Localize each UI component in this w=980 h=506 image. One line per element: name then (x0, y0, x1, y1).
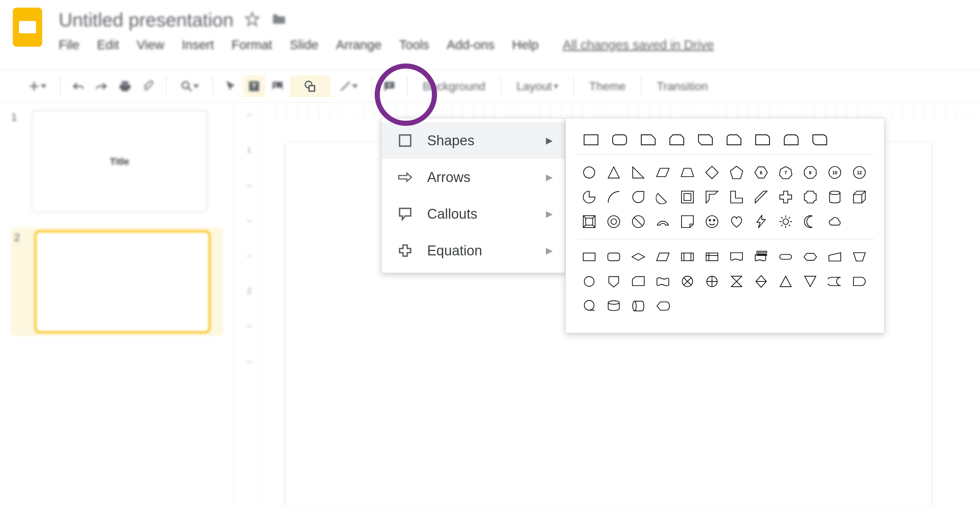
shape-pie[interactable] (577, 185, 601, 209)
slides-app-icon[interactable] (11, 5, 44, 49)
shape-flow-internal-storage[interactable] (700, 244, 724, 269)
shape-round-diag-corner[interactable] (805, 130, 834, 149)
shape-oval[interactable] (577, 160, 601, 185)
menu-help[interactable]: Help (512, 37, 539, 52)
shape-teardrop[interactable] (626, 185, 651, 209)
shape-flow-document[interactable] (724, 244, 749, 269)
shape-sun[interactable] (773, 209, 798, 234)
shape-chord[interactable] (651, 185, 675, 209)
text-box-button[interactable] (243, 75, 265, 97)
shape-flow-terminator[interactable] (773, 244, 798, 269)
slide-panel[interactable]: 1 Title 2 (0, 103, 235, 506)
shape-parallelogram[interactable] (651, 160, 675, 185)
transition-button[interactable]: Transition (648, 75, 716, 97)
menu-file[interactable]: File (59, 37, 79, 52)
shape-flow-connector[interactable] (577, 269, 601, 294)
shape-flow-alt-process[interactable] (601, 244, 626, 269)
menu-slide[interactable]: Slide (290, 37, 318, 52)
shape-snip-diag-corner[interactable] (691, 130, 720, 149)
shape-arc[interactable] (601, 185, 626, 209)
star-icon[interactable] (245, 11, 260, 28)
menu-insert[interactable]: Insert (182, 37, 214, 52)
shape-flow-manual-input[interactable] (822, 244, 847, 269)
shape-flow-predef-process[interactable] (675, 244, 700, 269)
shape-flow-merge[interactable] (798, 269, 822, 294)
shape-flow-extract[interactable] (773, 269, 798, 294)
drive-saved-status[interactable]: All changes saved in Drive (563, 37, 714, 52)
shape-right-triangle[interactable] (626, 160, 651, 185)
folder-icon[interactable] (271, 11, 287, 29)
shape-donut[interactable] (601, 209, 626, 234)
zoom-button[interactable] (173, 75, 206, 97)
shape-flow-decision[interactable] (626, 244, 651, 269)
shape-pentagon[interactable] (724, 160, 749, 185)
document-title[interactable]: Untitled presentation (59, 9, 234, 31)
shape-trapezoid[interactable] (675, 160, 700, 185)
shape-moon[interactable] (798, 209, 822, 234)
shape-smiley[interactable] (700, 209, 724, 234)
shape-flow-seq-access[interactable] (577, 294, 601, 318)
insert-image-button[interactable] (267, 75, 288, 97)
shape-hexagon[interactable]: 6 (749, 160, 773, 185)
shape-plus[interactable] (773, 185, 798, 209)
select-tool-button[interactable] (220, 75, 242, 97)
shape-octagon[interactable]: 8 (798, 160, 822, 185)
shape-lightning[interactable] (749, 209, 773, 234)
print-button[interactable] (114, 75, 136, 97)
insert-line-button[interactable] (332, 75, 365, 97)
menu-edit[interactable]: Edit (97, 37, 119, 52)
shape-flow-offpage[interactable] (601, 269, 626, 294)
shape-diamond[interactable] (700, 160, 724, 185)
shape-triangle[interactable] (601, 160, 626, 185)
shape-rectangle[interactable] (577, 130, 605, 149)
shape-flow-multidocument[interactable] (749, 244, 773, 269)
shape-cloud[interactable] (822, 209, 847, 234)
shape-heptagon[interactable]: 7 (773, 160, 798, 185)
shape-flow-data[interactable] (651, 244, 675, 269)
menu-tools[interactable]: Tools (399, 37, 430, 52)
shape-folded-corner[interactable] (675, 209, 700, 234)
shape-flow-delay[interactable] (847, 269, 872, 294)
paint-format-button[interactable] (137, 75, 159, 97)
redo-button[interactable] (91, 75, 113, 97)
shape-round-rectangle[interactable] (605, 130, 634, 149)
menu-addons[interactable]: Add-ons (447, 37, 494, 52)
shape-flow-collate[interactable] (724, 269, 749, 294)
shape-can[interactable] (822, 185, 847, 209)
slide-thumbnail-2[interactable]: 2 (11, 228, 223, 336)
shape-diag-stripe[interactable] (749, 185, 773, 209)
shape-cube[interactable] (847, 185, 872, 209)
shape-snip-round-single[interactable] (720, 130, 748, 149)
shape-flow-process[interactable] (577, 244, 601, 269)
shape-flow-magnetic-disk[interactable] (601, 294, 626, 318)
shape-snip-single-corner[interactable] (634, 130, 662, 149)
shape-flow-or[interactable] (700, 269, 724, 294)
undo-button[interactable] (67, 75, 89, 97)
new-slide-button[interactable] (21, 75, 54, 97)
shape-half-frame[interactable] (700, 185, 724, 209)
shape-snip-same-side[interactable] (662, 130, 691, 149)
shape-flow-sort[interactable] (749, 269, 773, 294)
theme-button[interactable]: Theme (581, 75, 635, 97)
shape-flow-direct-access[interactable] (626, 294, 651, 318)
shape-menu-equation[interactable]: Equation ▶ (382, 232, 565, 269)
shape-menu-shapes[interactable]: Shapes ▶ (382, 122, 565, 159)
shape-plaque[interactable] (798, 185, 822, 209)
shape-flow-stored-data[interactable] (822, 269, 847, 294)
shape-flow-card[interactable] (626, 269, 651, 294)
shape-flow-summing-junction[interactable] (675, 269, 700, 294)
menu-format[interactable]: Format (232, 37, 272, 52)
shape-heart[interactable] (724, 209, 749, 234)
shape-round-same-side[interactable] (777, 130, 805, 149)
shape-decagon[interactable]: 10 (822, 160, 847, 185)
shape-flow-manual-operation[interactable] (847, 244, 872, 269)
shape-flow-preparation[interactable] (798, 244, 822, 269)
background-button[interactable]: Background (414, 75, 494, 97)
shape-flow-display[interactable] (651, 294, 675, 318)
shape-frame[interactable] (675, 185, 700, 209)
shape-no-symbol[interactable] (626, 209, 651, 234)
shape-l-shape[interactable] (724, 185, 749, 209)
menu-arrange[interactable]: Arrange (336, 37, 382, 52)
menu-view[interactable]: View (137, 37, 164, 52)
insert-shape-button[interactable] (290, 75, 330, 97)
